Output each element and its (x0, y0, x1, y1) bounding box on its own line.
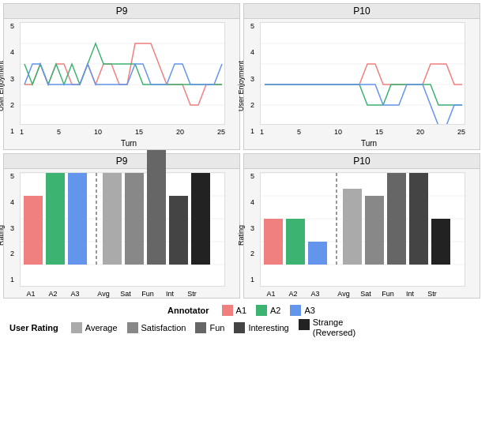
bar-chart-p10-title: P10 (244, 154, 480, 169)
svg-rect-31 (343, 189, 362, 265)
line-chart-p9-title: P9 (4, 4, 239, 19)
legend-item-int: Interesting (234, 322, 288, 333)
line-chart-p10-title: P10 (244, 4, 480, 19)
legend-label-fun: Fun (209, 323, 224, 332)
legend-color-int (234, 322, 245, 333)
svg-rect-21 (191, 173, 210, 265)
svg-rect-35 (431, 219, 450, 265)
legend-label-a1: A1 (236, 306, 246, 315)
legend-item-a2: A2 (256, 305, 280, 316)
svg-rect-15 (46, 173, 65, 265)
legend-item-a3: A3 (290, 305, 314, 316)
legend-label-str: Strange(Reversed) (313, 317, 355, 338)
line-chart-p9-svg (20, 22, 225, 125)
legend-area: Annotator A1 A2 A3 User Rating Average (3, 302, 501, 343)
svg-rect-17 (103, 173, 122, 265)
svg-rect-34 (409, 173, 428, 265)
legend-item-avg: Average (71, 322, 118, 333)
svg-rect-28 (264, 219, 283, 265)
legend-color-sat (127, 322, 138, 333)
user-rating-legend-title: User Rating (9, 323, 58, 332)
bar-chart-p9-svg (20, 172, 225, 287)
line-chart-p9: P9 User Enjoyment 1 2 3 4 5 (3, 3, 240, 150)
bar-chart-p10: P10 Rating 1 2 3 4 5 (243, 153, 480, 299)
bar-chart-p9-title: P9 (4, 154, 239, 169)
line-chart-p10-ylabel: User Enjoyment (237, 60, 245, 111)
svg-rect-16 (68, 173, 87, 265)
annotator-legend-title: Annotator (167, 306, 209, 315)
svg-rect-14 (24, 196, 43, 265)
line-chart-p10-svg (260, 22, 465, 125)
svg-rect-33 (387, 173, 406, 265)
legend-color-avg (71, 322, 82, 333)
svg-rect-18 (125, 173, 144, 265)
legend-label-a2: A2 (270, 306, 280, 315)
legend-color-a3 (290, 305, 301, 316)
legend-item-a1: A1 (222, 305, 246, 316)
legend-item-str: Strange(Reversed) (299, 317, 355, 338)
legend-color-a2 (256, 305, 267, 316)
user-rating-legend-row: User Rating Average Satisfaction Fun Int… (9, 317, 355, 338)
legend-color-fun (195, 322, 206, 333)
line-chart-p9-ylabel: User Enjoyment (0, 60, 5, 111)
annotator-legend-row: Annotator A1 A2 A3 (167, 305, 315, 316)
bar-chart-p9-ylabel: Rating (0, 216, 5, 254)
svg-rect-19 (147, 150, 166, 265)
svg-rect-20 (169, 196, 188, 265)
top-charts-row: P9 User Enjoyment 1 2 3 4 5 (3, 3, 501, 150)
legend-label-avg: Average (85, 323, 118, 332)
legend-color-a1 (222, 305, 233, 316)
legend-color-str (299, 319, 310, 330)
legend-label-int: Interesting (248, 323, 288, 332)
legend-label-a3: A3 (304, 306, 314, 315)
bar-chart-p9: P9 Rating 1 2 3 4 5 (3, 153, 240, 299)
bar-chart-p10-ylabel: Rating (237, 216, 245, 254)
svg-rect-32 (365, 196, 384, 265)
main-container: P9 User Enjoyment 1 2 3 4 5 (0, 0, 504, 447)
bar-chart-p10-svg (260, 172, 465, 287)
line-chart-p9-xlabel: Turn (20, 139, 238, 148)
line-chart-p10-xlabel: Turn (260, 139, 478, 148)
legend-label-sat: Satisfaction (141, 323, 186, 332)
line-chart-p10: P10 User Enjoyment 1 2 3 4 5 (243, 3, 480, 150)
bottom-charts-row: P9 Rating 1 2 3 4 5 (3, 153, 501, 299)
svg-rect-29 (286, 219, 305, 265)
legend-item-sat: Satisfaction (127, 322, 186, 333)
legend-item-fun: Fun (195, 322, 224, 333)
svg-rect-30 (308, 242, 327, 265)
